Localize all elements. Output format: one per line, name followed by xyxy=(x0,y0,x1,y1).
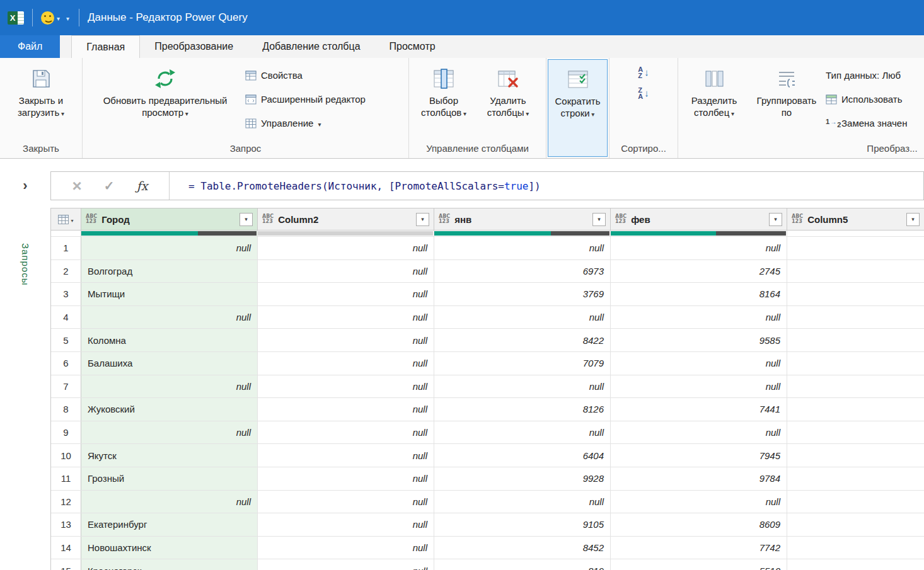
column-type-icon[interactable]: ABC123 xyxy=(615,214,627,224)
formula-input[interactable]: = Table.PromoteHeaders(Источник, [Promot… xyxy=(170,172,923,200)
feedback-smiley-button[interactable] xyxy=(38,9,62,26)
cell[interactable]: 8452 xyxy=(434,537,611,559)
sort-descending-button[interactable]: ZA xyxy=(634,86,652,101)
cell[interactable]: 6404 xyxy=(434,444,611,467)
column-filter-button[interactable] xyxy=(240,213,253,226)
cell[interactable]: null xyxy=(611,421,787,444)
row-number[interactable]: 1 xyxy=(51,237,81,259)
cell[interactable]: null xyxy=(258,444,434,467)
cell[interactable]: 7441 xyxy=(611,398,787,421)
cell[interactable]: Екатеринбург xyxy=(81,513,258,536)
replace-values-button[interactable]: 12 Замена значен xyxy=(826,115,907,132)
column-filter-button[interactable] xyxy=(906,213,920,226)
row-number[interactable]: 8 xyxy=(51,398,81,421)
row-number[interactable]: 14 xyxy=(51,537,81,559)
column-filter-button[interactable] xyxy=(592,213,606,226)
cancel-formula-icon[interactable] xyxy=(72,176,82,196)
quick-access-toolbar-dropdown[interactable] xyxy=(62,10,73,25)
cell[interactable]: 8609 xyxy=(611,513,787,536)
cell[interactable]: null xyxy=(81,421,258,444)
cell[interactable]: null xyxy=(258,375,434,398)
column-type-icon[interactable]: ABC123 xyxy=(439,214,450,224)
column-filter-button[interactable] xyxy=(416,213,429,226)
cell[interactable]: null xyxy=(611,375,787,398)
cell[interactable]: 8126 xyxy=(434,398,611,421)
cell[interactable]: Мытищи xyxy=(81,283,258,305)
cell[interactable]: null xyxy=(611,306,787,329)
cell[interactable]: null xyxy=(258,513,434,536)
cell[interactable]: 2745 xyxy=(611,260,787,283)
row-number[interactable]: 12 xyxy=(51,491,81,513)
row-number[interactable]: 10 xyxy=(51,444,81,467)
cell[interactable]: null xyxy=(611,491,787,513)
advanced-editor-button[interactable]: Расширенный редактор xyxy=(245,91,366,108)
column-header-1[interactable]: ABC123Город xyxy=(81,208,258,230)
column-filter-button[interactable] xyxy=(769,213,782,226)
cell[interactable] xyxy=(787,467,924,490)
cell[interactable]: Жуковский xyxy=(81,398,258,421)
cell[interactable]: null xyxy=(258,352,434,375)
row-number[interactable]: 2 xyxy=(51,260,81,283)
properties-button[interactable]: Свойства xyxy=(245,67,366,84)
cell[interactable]: Красногорск xyxy=(81,559,258,570)
cell[interactable]: null xyxy=(434,237,611,259)
cell[interactable]: null xyxy=(434,491,611,513)
cell[interactable]: 9928 xyxy=(434,467,611,490)
cell[interactable]: Коломна xyxy=(81,329,258,351)
tab-home[interactable]: Главная xyxy=(71,35,140,58)
use-first-row-as-headers-button[interactable]: Использовать xyxy=(826,91,907,108)
tab-transform[interactable]: Преобразование xyxy=(140,35,248,58)
cell[interactable]: null xyxy=(81,375,258,398)
cell[interactable]: null xyxy=(258,559,434,570)
manage-query-button[interactable]: Управление xyxy=(245,115,366,132)
cell[interactable]: 8422 xyxy=(434,329,611,351)
group-by-button[interactable]: Группировать по xyxy=(748,61,826,120)
remove-columns-button[interactable]: Удалить столбцы xyxy=(476,61,540,122)
cell[interactable]: null xyxy=(258,306,434,329)
column-header-3[interactable]: ABC123янв xyxy=(434,208,611,230)
column-header-4[interactable]: ABC123фев xyxy=(611,208,787,230)
tab-file[interactable]: Файл xyxy=(0,35,60,58)
row-number[interactable]: 13 xyxy=(51,513,81,536)
cell[interactable]: null xyxy=(81,237,258,259)
row-number[interactable]: 5 xyxy=(51,329,81,351)
cell[interactable]: Грозный xyxy=(81,467,258,490)
cell[interactable] xyxy=(787,283,924,305)
row-number[interactable]: 7 xyxy=(51,375,81,398)
excel-app-icon[interactable]: X xyxy=(8,11,24,25)
cell[interactable] xyxy=(787,537,924,559)
commit-formula-icon[interactable] xyxy=(104,178,115,193)
cell[interactable]: null xyxy=(258,467,434,490)
queries-pane-label[interactable]: Запросы xyxy=(20,243,31,286)
cell[interactable]: Якутск xyxy=(81,444,258,467)
cell[interactable] xyxy=(787,421,924,444)
cell[interactable]: null xyxy=(258,260,434,283)
row-number[interactable]: 15 xyxy=(51,559,81,570)
cell[interactable] xyxy=(787,491,924,513)
cell[interactable]: null xyxy=(434,306,611,329)
row-number[interactable]: 9 xyxy=(51,421,81,444)
cell[interactable]: 6973 xyxy=(434,260,611,283)
tab-view[interactable]: Просмотр xyxy=(375,35,450,58)
cell[interactable]: 7079 xyxy=(434,352,611,375)
cell[interactable]: 9585 xyxy=(611,329,787,351)
refresh-preview-button[interactable]: Обновить предварительный просмотр xyxy=(85,61,245,122)
row-number[interactable]: 3 xyxy=(51,283,81,305)
cell[interactable]: null xyxy=(81,491,258,513)
cell[interactable]: null xyxy=(258,537,434,559)
cell[interactable] xyxy=(787,329,924,351)
row-number[interactable]: 6 xyxy=(51,352,81,375)
row-number[interactable]: 11 xyxy=(51,467,81,490)
close-and-load-button[interactable]: Закрыть и загрузить xyxy=(3,61,79,122)
expand-queries-pane-icon[interactable] xyxy=(23,178,27,194)
cell[interactable] xyxy=(787,398,924,421)
cell[interactable] xyxy=(787,352,924,375)
column-type-icon[interactable]: ABC123 xyxy=(86,214,97,224)
choose-columns-button[interactable]: Выбор столбцов xyxy=(412,61,476,122)
cell[interactable]: Волгоград xyxy=(81,260,258,283)
cell[interactable]: null xyxy=(258,283,434,305)
reduce-rows-button[interactable]: Сократить строки xyxy=(548,59,608,157)
cell[interactable]: 8164 xyxy=(611,283,787,305)
cell[interactable] xyxy=(787,559,924,570)
cell[interactable]: 9105 xyxy=(434,513,611,536)
